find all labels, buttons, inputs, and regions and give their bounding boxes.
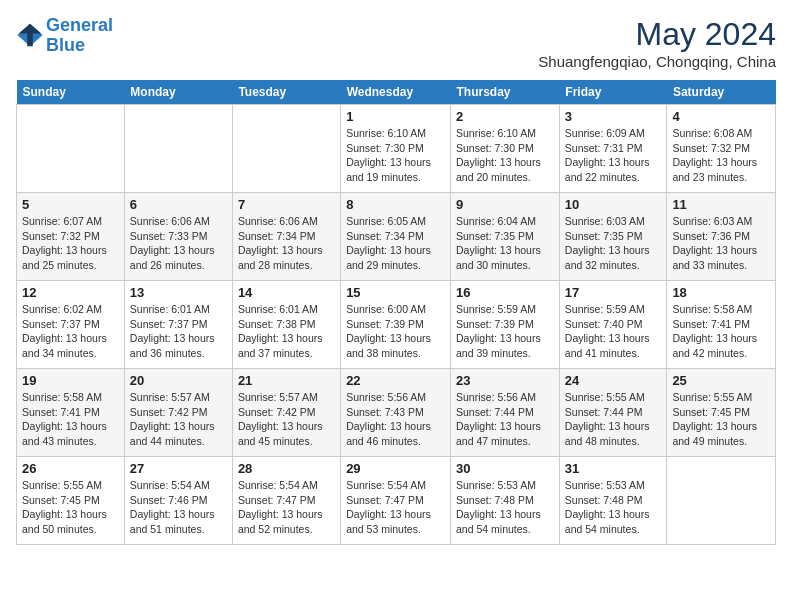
calendar-week-row: 5Sunrise: 6:07 AMSunset: 7:32 PMDaylight… (17, 193, 776, 281)
day-info: Sunrise: 6:08 AMSunset: 7:32 PMDaylight:… (672, 126, 770, 185)
calendar-cell: 31Sunrise: 5:53 AMSunset: 7:48 PMDayligh… (559, 457, 667, 545)
calendar-cell: 13Sunrise: 6:01 AMSunset: 7:37 PMDayligh… (124, 281, 232, 369)
calendar-cell: 11Sunrise: 6:03 AMSunset: 7:36 PMDayligh… (667, 193, 776, 281)
day-info: Sunrise: 5:57 AMSunset: 7:42 PMDaylight:… (238, 390, 335, 449)
day-number: 13 (130, 285, 227, 300)
day-number: 29 (346, 461, 445, 476)
day-number: 16 (456, 285, 554, 300)
calendar-table: SundayMondayTuesdayWednesdayThursdayFrid… (16, 80, 776, 545)
day-number: 24 (565, 373, 662, 388)
day-number: 26 (22, 461, 119, 476)
logo-line2: Blue (46, 35, 85, 55)
day-info: Sunrise: 6:10 AMSunset: 7:30 PMDaylight:… (346, 126, 445, 185)
month-year: May 2024 (538, 16, 776, 53)
calendar-week-row: 19Sunrise: 5:58 AMSunset: 7:41 PMDayligh… (17, 369, 776, 457)
day-number: 31 (565, 461, 662, 476)
calendar-cell: 24Sunrise: 5:55 AMSunset: 7:44 PMDayligh… (559, 369, 667, 457)
calendar-cell (17, 105, 125, 193)
calendar-week-row: 26Sunrise: 5:55 AMSunset: 7:45 PMDayligh… (17, 457, 776, 545)
day-number: 17 (565, 285, 662, 300)
calendar-cell: 29Sunrise: 5:54 AMSunset: 7:47 PMDayligh… (341, 457, 451, 545)
logo-text: General Blue (46, 16, 113, 56)
calendar-cell: 4Sunrise: 6:08 AMSunset: 7:32 PMDaylight… (667, 105, 776, 193)
day-info: Sunrise: 5:54 AMSunset: 7:47 PMDaylight:… (346, 478, 445, 537)
day-info: Sunrise: 5:56 AMSunset: 7:44 PMDaylight:… (456, 390, 554, 449)
calendar-cell: 12Sunrise: 6:02 AMSunset: 7:37 PMDayligh… (17, 281, 125, 369)
day-info: Sunrise: 5:58 AMSunset: 7:41 PMDaylight:… (672, 302, 770, 361)
calendar-cell: 22Sunrise: 5:56 AMSunset: 7:43 PMDayligh… (341, 369, 451, 457)
page-header: General Blue May 2024 Shuangfengqiao, Ch… (16, 16, 776, 70)
calendar-cell: 8Sunrise: 6:05 AMSunset: 7:34 PMDaylight… (341, 193, 451, 281)
day-info: Sunrise: 6:04 AMSunset: 7:35 PMDaylight:… (456, 214, 554, 273)
weekday-header-monday: Monday (124, 80, 232, 105)
day-number: 2 (456, 109, 554, 124)
day-number: 27 (130, 461, 227, 476)
calendar-cell: 10Sunrise: 6:03 AMSunset: 7:35 PMDayligh… (559, 193, 667, 281)
calendar-cell: 14Sunrise: 6:01 AMSunset: 7:38 PMDayligh… (232, 281, 340, 369)
calendar-cell: 1Sunrise: 6:10 AMSunset: 7:30 PMDaylight… (341, 105, 451, 193)
calendar-cell: 18Sunrise: 5:58 AMSunset: 7:41 PMDayligh… (667, 281, 776, 369)
day-number: 18 (672, 285, 770, 300)
calendar-cell: 23Sunrise: 5:56 AMSunset: 7:44 PMDayligh… (451, 369, 560, 457)
day-info: Sunrise: 6:09 AMSunset: 7:31 PMDaylight:… (565, 126, 662, 185)
day-number: 9 (456, 197, 554, 212)
calendar-cell: 6Sunrise: 6:06 AMSunset: 7:33 PMDaylight… (124, 193, 232, 281)
day-info: Sunrise: 5:58 AMSunset: 7:41 PMDaylight:… (22, 390, 119, 449)
calendar-cell: 2Sunrise: 6:10 AMSunset: 7:30 PMDaylight… (451, 105, 560, 193)
day-info: Sunrise: 5:55 AMSunset: 7:45 PMDaylight:… (22, 478, 119, 537)
day-info: Sunrise: 5:57 AMSunset: 7:42 PMDaylight:… (130, 390, 227, 449)
weekday-header-wednesday: Wednesday (341, 80, 451, 105)
day-info: Sunrise: 6:03 AMSunset: 7:35 PMDaylight:… (565, 214, 662, 273)
day-info: Sunrise: 6:01 AMSunset: 7:37 PMDaylight:… (130, 302, 227, 361)
day-info: Sunrise: 5:55 AMSunset: 7:45 PMDaylight:… (672, 390, 770, 449)
day-number: 30 (456, 461, 554, 476)
weekday-header-row: SundayMondayTuesdayWednesdayThursdayFrid… (17, 80, 776, 105)
calendar-cell: 3Sunrise: 6:09 AMSunset: 7:31 PMDaylight… (559, 105, 667, 193)
day-info: Sunrise: 5:55 AMSunset: 7:44 PMDaylight:… (565, 390, 662, 449)
logo-line1: General (46, 15, 113, 35)
calendar-cell: 19Sunrise: 5:58 AMSunset: 7:41 PMDayligh… (17, 369, 125, 457)
calendar-cell: 9Sunrise: 6:04 AMSunset: 7:35 PMDaylight… (451, 193, 560, 281)
day-number: 7 (238, 197, 335, 212)
day-info: Sunrise: 5:59 AMSunset: 7:39 PMDaylight:… (456, 302, 554, 361)
day-info: Sunrise: 6:10 AMSunset: 7:30 PMDaylight:… (456, 126, 554, 185)
day-number: 3 (565, 109, 662, 124)
calendar-cell (667, 457, 776, 545)
calendar-cell: 20Sunrise: 5:57 AMSunset: 7:42 PMDayligh… (124, 369, 232, 457)
day-info: Sunrise: 6:01 AMSunset: 7:38 PMDaylight:… (238, 302, 335, 361)
day-number: 21 (238, 373, 335, 388)
day-number: 15 (346, 285, 445, 300)
day-info: Sunrise: 5:54 AMSunset: 7:46 PMDaylight:… (130, 478, 227, 537)
day-number: 10 (565, 197, 662, 212)
calendar-cell: 25Sunrise: 5:55 AMSunset: 7:45 PMDayligh… (667, 369, 776, 457)
weekday-header-saturday: Saturday (667, 80, 776, 105)
day-number: 19 (22, 373, 119, 388)
calendar-cell: 26Sunrise: 5:55 AMSunset: 7:45 PMDayligh… (17, 457, 125, 545)
calendar-cell: 16Sunrise: 5:59 AMSunset: 7:39 PMDayligh… (451, 281, 560, 369)
calendar-cell: 28Sunrise: 5:54 AMSunset: 7:47 PMDayligh… (232, 457, 340, 545)
calendar-cell: 30Sunrise: 5:53 AMSunset: 7:48 PMDayligh… (451, 457, 560, 545)
logo-icon (16, 21, 44, 49)
day-number: 23 (456, 373, 554, 388)
weekday-header-sunday: Sunday (17, 80, 125, 105)
day-info: Sunrise: 6:00 AMSunset: 7:39 PMDaylight:… (346, 302, 445, 361)
day-number: 22 (346, 373, 445, 388)
day-number: 28 (238, 461, 335, 476)
weekday-header-friday: Friday (559, 80, 667, 105)
day-number: 25 (672, 373, 770, 388)
day-number: 12 (22, 285, 119, 300)
day-number: 1 (346, 109, 445, 124)
calendar-cell (124, 105, 232, 193)
calendar-cell (232, 105, 340, 193)
day-number: 8 (346, 197, 445, 212)
calendar-cell: 15Sunrise: 6:00 AMSunset: 7:39 PMDayligh… (341, 281, 451, 369)
day-number: 4 (672, 109, 770, 124)
day-info: Sunrise: 6:06 AMSunset: 7:33 PMDaylight:… (130, 214, 227, 273)
day-info: Sunrise: 5:54 AMSunset: 7:47 PMDaylight:… (238, 478, 335, 537)
title-block: May 2024 Shuangfengqiao, Chongqing, Chin… (538, 16, 776, 70)
calendar-cell: 5Sunrise: 6:07 AMSunset: 7:32 PMDaylight… (17, 193, 125, 281)
day-number: 5 (22, 197, 119, 212)
day-info: Sunrise: 6:03 AMSunset: 7:36 PMDaylight:… (672, 214, 770, 273)
weekday-header-thursday: Thursday (451, 80, 560, 105)
day-info: Sunrise: 6:07 AMSunset: 7:32 PMDaylight:… (22, 214, 119, 273)
